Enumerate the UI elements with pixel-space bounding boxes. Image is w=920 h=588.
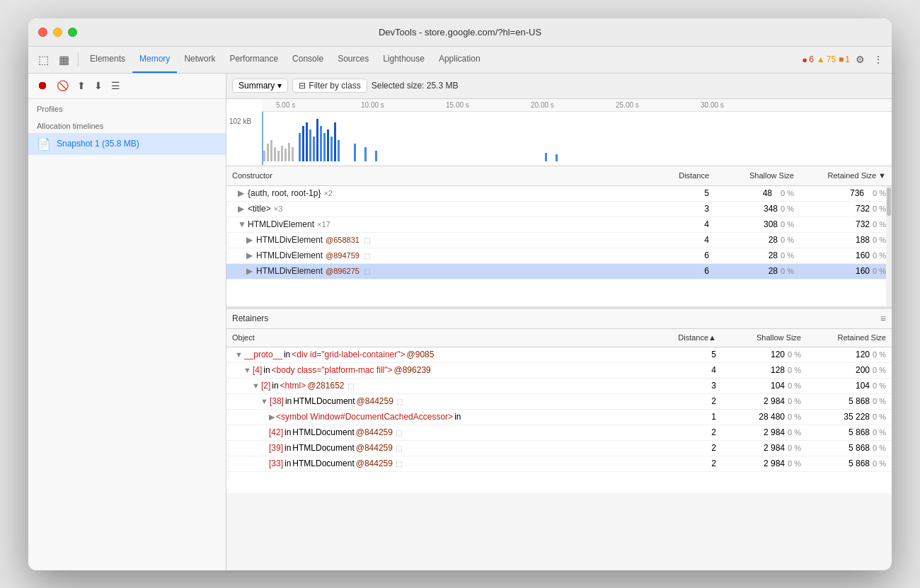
expand-icon[interactable]: ▶ <box>246 235 253 245</box>
th-retained[interactable]: Retained Size ▼ <box>800 171 892 180</box>
table-row-child[interactable]: ▶ HTMLDivElement @658831 ⬚ 4 28 0 % <box>226 233 892 248</box>
record-btn[interactable]: ⏺ <box>34 78 51 93</box>
summary-dropdown[interactable]: Summary ▾ <box>232 79 288 93</box>
table-row[interactable]: ▶ {auth, root, root-1p} ×2 5 48 0 % 736 <box>226 186 892 202</box>
link-icon[interactable]: ⬚ <box>396 444 402 452</box>
info-icon: ■ <box>839 54 844 64</box>
table-row[interactable]: ▼ HTMLDivElement ×17 4 308 0 % 732 <box>226 217 892 233</box>
th-constructor[interactable]: Constructor <box>226 171 658 180</box>
more-btn[interactable]: ⋮ <box>870 52 886 67</box>
tick-25s: 25.00 s <box>616 101 639 109</box>
tab-console[interactable]: Console <box>285 46 330 73</box>
expand-icon[interactable]: ▼ <box>243 366 251 374</box>
stop-btn[interactable]: 🚫 <box>54 79 71 93</box>
table-scrollbar[interactable] <box>886 186 892 306</box>
expand-icon[interactable]: ▶ <box>238 188 245 198</box>
tune-btn[interactable]: ☰ <box>108 79 123 93</box>
minimize-button[interactable] <box>53 28 62 37</box>
tab-lighthouse[interactable]: Lighthouse <box>376 46 432 73</box>
shallow-cell: 2 984 0 % <box>722 396 807 406</box>
timeline-chart[interactable]: 102 kB <box>226 112 892 165</box>
expand-icon[interactable]: ▶ <box>269 413 275 422</box>
link-icon[interactable]: ⬚ <box>364 236 370 244</box>
retainer-row[interactable]: [33] in HTMLDocument @844259 ⬚ 2 2 984 <box>226 456 892 472</box>
info-badge[interactable]: ■ 1 <box>839 54 850 64</box>
obj-id: @844259 <box>356 427 393 437</box>
shallow-pct: 0 % <box>781 189 794 197</box>
retainer-row[interactable]: [39] in HTMLDocument @844259 ⬚ 2 2 984 <box>226 441 892 456</box>
rth-distance[interactable]: Distance▲ <box>658 333 722 342</box>
th-distance[interactable]: Distance <box>658 171 715 180</box>
retainers-table-header: Object Distance▲ Shallow Size Retained S… <box>226 329 892 347</box>
link-icon[interactable]: ⬚ <box>396 398 403 405</box>
retainers-body[interactable]: ▼ __proto__ in <div id="grid-label-conta… <box>226 347 892 493</box>
svg-rect-18 <box>330 137 333 161</box>
constructor-table-body[interactable]: ▶ {auth, root, root-1p} ×2 5 48 0 % 736 <box>226 186 892 306</box>
retained-cell: 5 868 0 % <box>807 396 892 406</box>
retained-val: 35 228 <box>844 412 870 422</box>
retainer-row[interactable]: ▼ [4] in <body class="platform-mac fill"… <box>226 363 892 379</box>
retainer-row[interactable]: ▶ <symbol Window#DocumentCachedAccessor>… <box>226 410 892 425</box>
tab-sources[interactable]: Sources <box>330 46 376 73</box>
constructor-id: @896275 <box>326 267 360 275</box>
link-icon[interactable]: ⬚ <box>364 267 370 275</box>
nav-right: ● 6 ▲ 75 ■ 1 ⚙ ⋮ <box>802 52 886 67</box>
save-btn[interactable]: ⬇ <box>91 79 105 93</box>
filter-by-class-btn[interactable]: ⊟ Filter by class <box>292 79 367 93</box>
th-shallow[interactable]: Shallow Size <box>715 171 800 180</box>
tab-network[interactable]: Network <box>177 46 222 73</box>
expand-icon[interactable]: ▼ <box>260 397 268 405</box>
chart-svg <box>262 112 892 165</box>
expand-icon[interactable]: ▼ <box>235 350 243 359</box>
retainer-row[interactable]: [42] in HTMLDocument @844259 ⬚ 2 2 984 <box>226 425 892 441</box>
expand-icon[interactable]: ▶ <box>238 204 245 214</box>
rth-retained[interactable]: Retained Size <box>807 333 892 342</box>
link-icon[interactable]: ⬚ <box>396 460 402 468</box>
tab-application[interactable]: Application <box>432 46 488 73</box>
scrollbar-thumb[interactable] <box>887 188 891 216</box>
retainer-row[interactable]: ▼ __proto__ in <div id="grid-label-conta… <box>226 347 892 363</box>
link-icon[interactable]: ⬚ <box>396 429 402 437</box>
link-icon[interactable]: ⬚ <box>364 252 370 260</box>
shallow-cell: 104 0 % <box>722 381 807 391</box>
window-title: DevTools - store.google.com/?hl=en-US <box>379 27 541 38</box>
profiles-label: Profiles <box>28 99 226 116</box>
shallow-val: 2 984 <box>764 396 785 406</box>
retainers-menu-icon[interactable]: ≡ <box>880 313 886 324</box>
settings-btn[interactable]: ⚙ <box>853 52 868 67</box>
constructor-cell: ▶ HTMLDivElement @894759 ⬚ <box>226 250 658 260</box>
retained-cell: 160 0 % <box>800 250 892 260</box>
collapse-icon[interactable]: ▼ <box>238 219 245 229</box>
rth-object[interactable]: Object <box>226 333 658 342</box>
cursor-tool-btn[interactable]: ⬚ <box>34 50 53 69</box>
distance-cell: 6 <box>658 266 715 276</box>
expand-icon[interactable]: ▶ <box>246 250 253 260</box>
table-row-child[interactable]: ▶ HTMLDivElement @894759 ⬚ 6 28 0 % <box>226 248 892 264</box>
tab-performance[interactable]: Performance <box>222 46 285 73</box>
tab-memory[interactable]: Memory <box>132 46 177 73</box>
shallow-pct: 0 % <box>788 413 801 421</box>
layers-tool-btn[interactable]: ▦ <box>54 50 74 69</box>
table-row-selected[interactable]: ▶ HTMLDivElement @896275 ⬚ 6 28 0 % <box>226 264 892 279</box>
retained-pct: 0 % <box>873 267 886 275</box>
close-button[interactable] <box>38 28 47 37</box>
maximize-button[interactable] <box>68 28 77 37</box>
table-row[interactable]: ▶ <title> ×3 3 348 0 % 732 0 % <box>226 202 892 217</box>
expand-icon[interactable]: ▼ <box>252 381 260 390</box>
retained-pct: 0 % <box>873 236 886 244</box>
retainer-row[interactable]: ▼ [38] in HTMLDocument @844259 ⬚ 2 <box>226 394 892 410</box>
link-icon[interactable]: ⬚ <box>347 382 354 390</box>
rth-shallow[interactable]: Shallow Size <box>722 333 807 342</box>
object-cell: ▼ __proto__ in <div id="grid-label-conta… <box>226 350 658 359</box>
snapshot-item[interactable]: 📄 Snapshot 1 (35.8 MB) <box>28 133 226 155</box>
retained-val: 188 <box>856 235 870 245</box>
shallow-val: 2 984 <box>764 459 785 468</box>
error-badge[interactable]: ● 6 <box>802 54 814 65</box>
expand-icon[interactable]: ▶ <box>246 266 253 276</box>
tab-elements[interactable]: Elements <box>83 46 132 73</box>
retainer-row[interactable]: ▼ [2] in <html> @281652 ⬚ 3 10 <box>226 379 892 394</box>
warning-badge[interactable]: ▲ 75 <box>817 54 836 64</box>
load-btn[interactable]: ⬆ <box>74 79 88 93</box>
index-keyword: [42] <box>269 427 283 437</box>
svg-rect-9 <box>299 133 301 161</box>
